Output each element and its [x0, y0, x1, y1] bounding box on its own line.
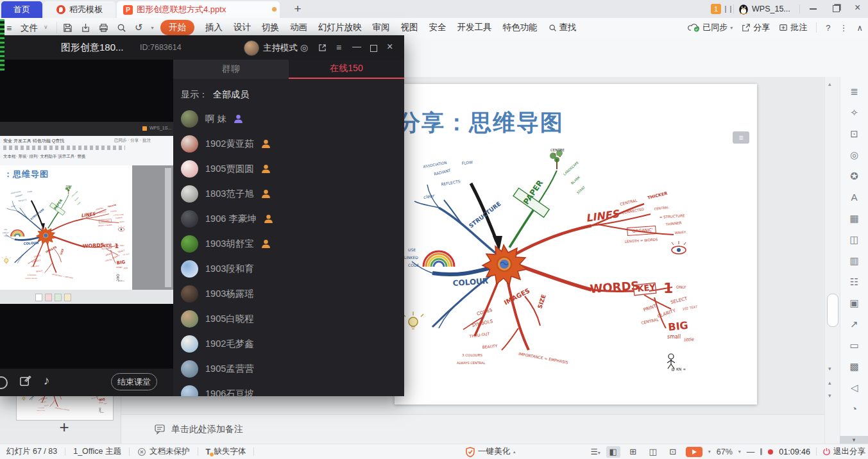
member-row[interactable]: 1803范子旭: [173, 181, 404, 206]
reading-view-button[interactable]: ◫: [646, 446, 660, 458]
close-button[interactable]: ×: [855, 2, 860, 13]
ribbon-tab-开始[interactable]: 开始: [160, 20, 194, 35]
shapes-icon[interactable]: ◎: [840, 146, 868, 167]
play-caret-icon[interactable]: ▾: [708, 449, 711, 455]
material-box-icon[interactable]: ▭: [840, 336, 868, 357]
slide-sorter-view-button[interactable]: ⊞: [626, 446, 640, 458]
export-icon[interactable]: ↗: [840, 315, 868, 336]
sync-status-button[interactable]: 已同步 ▾: [688, 22, 733, 33]
tab-document[interactable]: P 图形创意联想方式4.pptx: [117, 1, 280, 18]
member-row[interactable]: 1906石亘坡: [173, 381, 404, 396]
member-row[interactable]: 1905孟营营: [173, 356, 404, 381]
award-icon[interactable]: ✪: [840, 167, 868, 188]
music-icon[interactable]: ♪: [44, 374, 50, 388]
member-row[interactable]: 1905白晓程: [173, 306, 404, 331]
help-button[interactable]: ?: [826, 23, 830, 33]
ribbon-find-button[interactable]: 查找: [549, 22, 577, 33]
projector-view-button[interactable]: ⊡: [666, 446, 680, 458]
qq-penguin-icon[interactable]: [738, 3, 749, 15]
member-row[interactable]: 1902黄亚茹: [173, 131, 404, 156]
notification-badge[interactable]: 1: [711, 4, 721, 14]
exit-share-button[interactable]: 退出分享: [822, 446, 865, 457]
undo-icon[interactable]: ↺: [135, 22, 143, 33]
next-slide-double-icon[interactable]: ▾: [828, 392, 831, 399]
prev-slide-double-icon[interactable]: ▴: [828, 380, 831, 386]
ribbon-tab-设计[interactable]: 设计: [234, 22, 251, 33]
zoom-level[interactable]: 67%: [717, 447, 733, 456]
text-tool-icon[interactable]: A: [840, 188, 868, 209]
ribbon-tab-切换[interactable]: 切换: [262, 22, 279, 33]
tab-online-members[interactable]: 在线150: [289, 60, 404, 79]
collapse-ribbon-icon[interactable]: ∧: [856, 23, 863, 33]
annotate-icon[interactable]: [19, 375, 31, 387]
notes-toggle-icon[interactable]: ☰▾: [591, 447, 600, 456]
ribbon-tab-开发工具[interactable]: 开发工具: [457, 22, 492, 33]
floating-toolbar-handle[interactable]: ≡: [733, 131, 749, 144]
tab-template[interactable]: 稻壳模板: [44, 1, 115, 18]
layout-grid-icon[interactable]: ◫: [840, 230, 868, 251]
member-row[interactable]: 1903杨露瑶: [173, 281, 404, 306]
minimize-button[interactable]: [810, 8, 817, 10]
vertical-scrollbar[interactable]: [824, 77, 840, 444]
stock-image-icon[interactable]: ▣: [840, 294, 868, 315]
overlay-menu-icon[interactable]: ≡: [336, 42, 341, 53]
output-icon[interactable]: [81, 23, 90, 33]
missing-font-status[interactable]: 缺失字体: [214, 446, 246, 457]
overlay-minimize-button[interactable]: —: [352, 41, 361, 51]
tab-group-chat[interactable]: 群聊: [173, 60, 289, 79]
tab-home[interactable]: 首页: [1, 1, 42, 18]
comment-button[interactable]: 批注: [779, 22, 807, 33]
member-row[interactable]: 1903胡舒宝: [173, 231, 404, 256]
overlay-maximize-button[interactable]: [370, 45, 377, 52]
audio-icon[interactable]: ◁: [840, 378, 868, 399]
member-row[interactable]: 1906 李豪坤: [173, 206, 404, 231]
chart-icon[interactable]: ▥: [840, 251, 868, 272]
ribbon-tab-插入[interactable]: 插入: [205, 22, 223, 33]
more-menu-icon[interactable]: ⋮: [839, 23, 847, 33]
host-avatar[interactable]: [244, 40, 259, 56]
scrollbar-thumb[interactable]: [827, 294, 838, 327]
transition-icon[interactable]: ⊡: [840, 124, 868, 146]
overlay-close-button[interactable]: ×: [387, 41, 393, 53]
prev-slide-icon[interactable]: ▾: [828, 365, 831, 372]
zoom-out-button[interactable]: —: [747, 447, 755, 456]
member-row[interactable]: 啊 妹: [173, 106, 404, 131]
beautify-wand-icon[interactable]: ✧: [840, 103, 868, 124]
ribbon-tab-特色功能[interactable]: 特色功能: [503, 22, 538, 33]
overlay-popout-icon[interactable]: [318, 44, 327, 52]
new-slide-button[interactable]: +: [54, 417, 74, 437]
sidebar-collapse-button[interactable]: ▾: [840, 436, 868, 444]
save-icon[interactable]: [63, 23, 72, 33]
scroll-up-icon[interactable]: ▴: [828, 81, 831, 87]
share-button[interactable]: 分享: [742, 22, 770, 33]
picture-icon[interactable]: ▩: [840, 357, 868, 378]
tray-app-label[interactable]: WPS_15...: [752, 4, 790, 13]
slideshow-play-button[interactable]: [686, 447, 702, 457]
end-class-button[interactable]: 结束课堂: [111, 373, 157, 390]
restore-button[interactable]: [833, 5, 840, 12]
overlay-title-bar[interactable]: 图形创意180... ID:7683614 主持模式 ◎ ≡ — ×: [0, 35, 404, 60]
protection-status[interactable]: 文档未保护: [149, 446, 190, 457]
file-menu[interactable]: 文件: [21, 22, 38, 34]
ribbon-tab-视图[interactable]: 视图: [401, 22, 418, 33]
mindmap-image[interactable]: [399, 144, 701, 378]
ribbon-tab-安全[interactable]: 安全: [429, 22, 447, 33]
new-tab-button[interactable]: +: [290, 1, 305, 17]
table-icon[interactable]: ▦: [840, 209, 868, 230]
theme-name[interactable]: 1_Office 主题: [73, 446, 121, 457]
normal-view-button[interactable]: ◧: [606, 446, 620, 458]
zoom-caret-icon[interactable]: ▾: [738, 449, 741, 455]
ribbon-tab-审阅[interactable]: 审阅: [373, 22, 390, 33]
undo-caret-icon[interactable]: ▾: [151, 25, 154, 31]
member-filter[interactable]: 显示： 全部成员: [181, 89, 404, 101]
print-preview-icon[interactable]: [117, 23, 126, 33]
ribbon-tab-幻灯片放映[interactable]: 幻灯片放映: [318, 22, 362, 33]
one-key-beautify-button[interactable]: 一键美化 ▴: [466, 444, 516, 459]
adjust-sliders-icon[interactable]: ☷: [840, 272, 868, 294]
hamburger-icon[interactable]: ≡: [6, 23, 12, 33]
panel-handle-icon[interactable]: ≣: [840, 82, 868, 103]
member-row[interactable]: 1902毛梦鑫: [173, 331, 404, 356]
file-menu-caret-icon[interactable]: ∨: [44, 24, 48, 30]
zoom-slider-handle[interactable]: [760, 448, 762, 455]
ribbon-tab-动画[interactable]: 动画: [290, 22, 307, 33]
